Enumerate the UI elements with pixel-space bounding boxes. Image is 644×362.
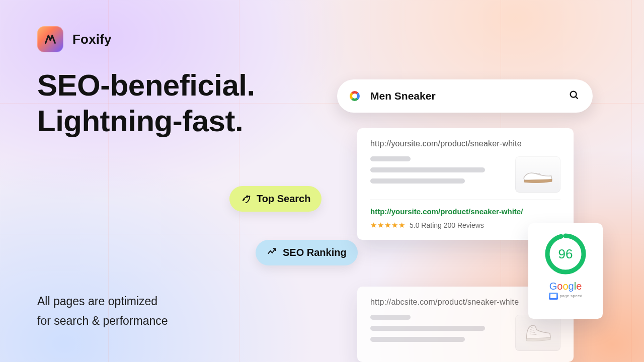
chart-up-icon [267, 246, 278, 259]
subtext-line-2: for search & performance [37, 311, 168, 331]
pagespeed-ring-icon: 96 [544, 232, 587, 276]
headline-line-1: SEO-beneficial. [37, 68, 255, 104]
pagespeed-icon [549, 293, 558, 300]
subtext: All pages are optimized for search & per… [37, 292, 168, 331]
fade-bottom [302, 342, 644, 362]
badge-seo-ranking: SEO Ranking [256, 240, 358, 265]
result1-placeholder-lines [370, 156, 505, 193]
pagespeed-score: 96 [544, 232, 587, 276]
result1-url: http://yoursite.com/product/sneaker-whit… [370, 139, 560, 148]
search-icon [569, 89, 580, 103]
google-logo-icon [348, 89, 361, 103]
result1-rating-text: 5.0 Rating 200 Reviews [410, 221, 484, 229]
star-icons: ★★★★★ [370, 221, 406, 230]
result1-green-url: http://yoursite.com/product/sneaker-whit… [370, 207, 560, 216]
subtext-line-1: All pages are optimized [37, 292, 168, 311]
badge-seo-ranking-label: SEO Ranking [283, 247, 347, 258]
rocket-icon [240, 192, 252, 206]
result1-thumbnail [515, 156, 560, 193]
pagespeed-google-label: Google [549, 281, 583, 292]
pagespeed-card: 96 Google page speed [528, 223, 603, 319]
marketing-hero: Foxify SEO-beneficial. Lightning-fast. A… [0, 0, 644, 362]
brand: Foxify [37, 26, 112, 52]
badge-top-search-label: Top Search [257, 193, 310, 205]
headline-line-2: Lightning-fast. [37, 104, 255, 139]
pagespeed-sub-label: page speed [560, 294, 583, 299]
brand-name: Foxify [72, 32, 112, 47]
headline: SEO-beneficial. Lightning-fast. [37, 68, 255, 139]
svg-point-1 [571, 92, 577, 98]
badge-top-search: Top Search [229, 186, 321, 212]
brand-logo-icon [37, 26, 63, 52]
search-query: Men Sneaker [370, 90, 569, 102]
search-bar: Men Sneaker [337, 79, 593, 113]
